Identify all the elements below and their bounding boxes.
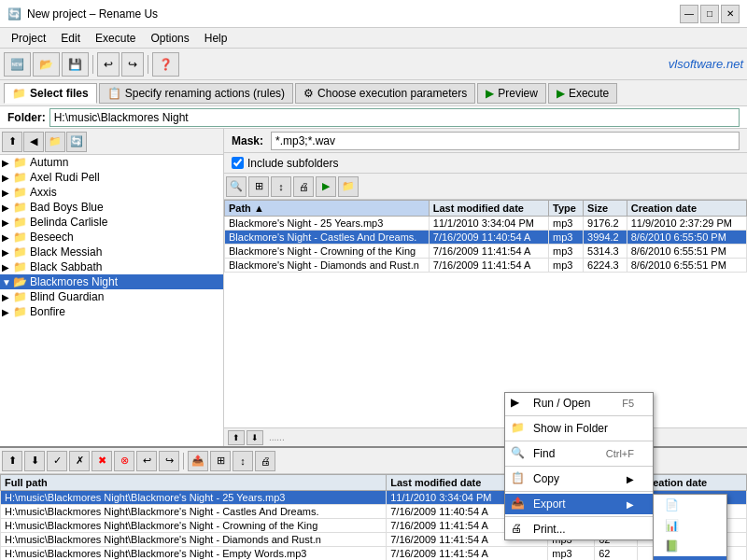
undo-button[interactable]: ↩ <box>97 52 120 77</box>
sort-button[interactable]: ↕ <box>271 176 291 197</box>
col-path[interactable]: Path ▲ <box>225 201 430 217</box>
print-button[interactable]: 🖨 <box>293 176 314 197</box>
file-table-row[interactable]: Blackmore's Night - Diamonds and Rust.n … <box>225 259 747 273</box>
mask-input[interactable] <box>271 132 740 150</box>
tree-item-badboys[interactable]: ▶ 📁 Bad Boys Blue <box>0 200 223 215</box>
bottom-path-cell: H:\music\Blackmores Night\Blackmore's Ni… <box>1 519 387 533</box>
bt-delete[interactable]: ✖ <box>92 451 112 471</box>
bt-select-all[interactable]: ✓ <box>47 451 67 471</box>
open-button[interactable]: 📂 <box>33 52 60 77</box>
tree-item-autumn[interactable]: ▶ 📁 Autumn <box>0 155 223 170</box>
submenu-csv[interactable]: 📊 CSV <box>654 515 726 536</box>
redo-button[interactable]: ↪ <box>121 52 144 77</box>
file-size-cell: 6224.3 <box>584 259 627 273</box>
bt-nav-up[interactable]: ⬆ <box>2 451 22 471</box>
copy-arrow-icon: ▶ <box>627 474 634 484</box>
tree-arrow: ▶ <box>2 292 13 302</box>
menu-help[interactable]: Help <box>197 30 235 47</box>
menu-options[interactable]: Options <box>143 30 196 47</box>
tree-item-label: Autumn <box>30 156 68 169</box>
step-preview[interactable]: ▶ Preview <box>477 83 546 104</box>
close-button[interactable]: ✕ <box>721 5 740 23</box>
copy-icon: 📋 <box>511 471 526 486</box>
tree-arrow: ▶ <box>2 262 13 273</box>
step-execution-params[interactable]: ⚙ Choose execution parameters <box>295 83 475 104</box>
ctx-print[interactable]: 🖨 Print... <box>505 519 653 539</box>
step-renaming-actions[interactable]: 📋 Specify renaming actions (rules) <box>99 83 293 104</box>
tree-nav-left[interactable]: ◀ <box>23 132 44 152</box>
col-type[interactable]: Type <box>549 201 584 217</box>
folder-icon: 📁 <box>13 290 27 303</box>
step-select-files[interactable]: 📁 Select files <box>4 83 97 104</box>
bt-view[interactable]: ⊞ <box>210 451 231 471</box>
tree-item-blacksabbath[interactable]: ▶ 📁 Black Sabbath <box>0 259 223 274</box>
bt-btn7[interactable]: ↪ <box>159 451 179 471</box>
ctx-copy[interactable]: 📋 Copy ▶ <box>505 469 653 489</box>
tree-item-bonfire[interactable]: ▶ 📁 Bonfire <box>0 304 223 319</box>
bt-nav-down[interactable]: ⬇ <box>24 451 45 471</box>
ctx-find[interactable]: 🔍 Find Ctrl+F <box>505 443 653 464</box>
step3-icon: ⚙ <box>303 87 314 100</box>
ctx-run-label: Run / Open <box>533 397 590 410</box>
view-grid-button[interactable]: ⊞ <box>248 176 269 197</box>
step-execute[interactable]: ▶ Execute <box>548 83 617 104</box>
nav-prev-page[interactable]: ⬆ <box>228 430 245 445</box>
folder-path-input[interactable] <box>49 108 740 127</box>
bt-btn6[interactable]: ↩ <box>136 451 157 471</box>
ctx-run-open[interactable]: ▶ Run / Open F5 <box>505 393 653 413</box>
tree-new-folder[interactable]: 📁 <box>45 132 65 152</box>
search-files-button[interactable]: 🔍 <box>226 176 247 197</box>
file-size-cell: 5314.3 <box>584 245 627 259</box>
file-table-row[interactable]: Blackmore's Night - 25 Years.mp3 11/1/20… <box>225 217 747 231</box>
submenu-text-label: Text <box>684 498 705 511</box>
file-table-row[interactable]: Blackmore's Night - Castles And Dreams. … <box>225 231 747 245</box>
tree-item-axel[interactable]: ▶ 📁 Axel Rudi Pell <box>0 170 223 185</box>
tree-refresh[interactable]: 🔄 <box>66 132 87 152</box>
file-type-cell: mp3 <box>549 231 584 245</box>
nav-next-page[interactable]: ⬇ <box>247 430 263 445</box>
bt-print[interactable]: 🖨 <box>255 451 275 471</box>
bt-export[interactable]: 📤 <box>188 451 208 471</box>
folder-view-button[interactable]: 📁 <box>338 176 359 197</box>
menu-execute[interactable]: Execute <box>88 30 143 47</box>
bt-delete-2[interactable]: ⊗ <box>114 451 134 471</box>
play-button[interactable]: ▶ <box>316 176 336 197</box>
ctx-export[interactable]: 📤 Export ▶ 📄 Text 📊 CSV 📗 XLS 📗 XLSX 📄 <box>505 494 653 514</box>
bottom-table-row[interactable]: H:\music\Blackmores Night\Blackmore's Ni… <box>1 547 747 561</box>
minimize-button[interactable]: — <box>680 5 698 23</box>
file-table-row[interactable]: Blackmore's Night - Crowning of the King… <box>225 245 747 259</box>
ctx-run-shortcut: F5 <box>622 398 634 409</box>
tree-item-blackmores[interactable]: ▼ 📂 Blackmores Night <box>0 274 223 289</box>
col-size[interactable]: Size <box>584 201 627 217</box>
toolbar-separator-1 <box>92 55 93 74</box>
step5-label: Execute <box>569 87 609 100</box>
tree-item-axxis[interactable]: ▶ 📁 Axxis <box>0 185 223 200</box>
col-modified[interactable]: Last modified date <box>429 201 548 217</box>
menu-edit[interactable]: Edit <box>53 30 88 47</box>
folder-icon: 📁 <box>13 231 27 244</box>
save-button[interactable]: 💾 <box>62 52 89 77</box>
tree-item-belinda[interactable]: ▶ 📁 Belinda Carlisle <box>0 215 223 230</box>
submenu-xls[interactable]: 📗 XLS <box>654 536 726 556</box>
menu-project[interactable]: Project <box>4 30 53 47</box>
tree-item-beseech[interactable]: ▶ 📁 Beseech <box>0 230 223 245</box>
tree-arrow: ▶ <box>2 307 13 317</box>
folder-icon: 📁 <box>511 421 526 436</box>
col-created[interactable]: Creation date <box>627 201 746 217</box>
bt-sort[interactable]: ↕ <box>233 451 253 471</box>
maximize-button[interactable]: □ <box>700 5 719 23</box>
bcol-path[interactable]: Full path <box>1 475 387 491</box>
tree-item-blindguardian[interactable]: ▶ 📁 Blind Guardian <box>0 289 223 304</box>
include-subfolders-checkbox[interactable] <box>232 157 244 169</box>
tree-item-blackmessiah[interactable]: ▶ 📁 Black Messiah <box>0 245 223 259</box>
ctx-folder-label: Show in Folder <box>533 422 608 435</box>
new-button[interactable]: 🆕 <box>4 52 31 77</box>
ctx-show-folder[interactable]: 📁 Show in Folder <box>505 418 653 439</box>
submenu-xlsx[interactable]: 📗 XLSX <box>654 556 726 560</box>
file-modified-cell: 7/16/2009 11:41:54 A <box>429 259 548 273</box>
tree-nav-up[interactable]: ⬆ <box>2 132 22 152</box>
step2-icon: 📋 <box>107 87 121 100</box>
bt-deselect[interactable]: ✗ <box>69 451 90 471</box>
help-button[interactable]: ❓ <box>152 52 179 77</box>
submenu-text[interactable]: 📄 Text <box>654 495 726 515</box>
